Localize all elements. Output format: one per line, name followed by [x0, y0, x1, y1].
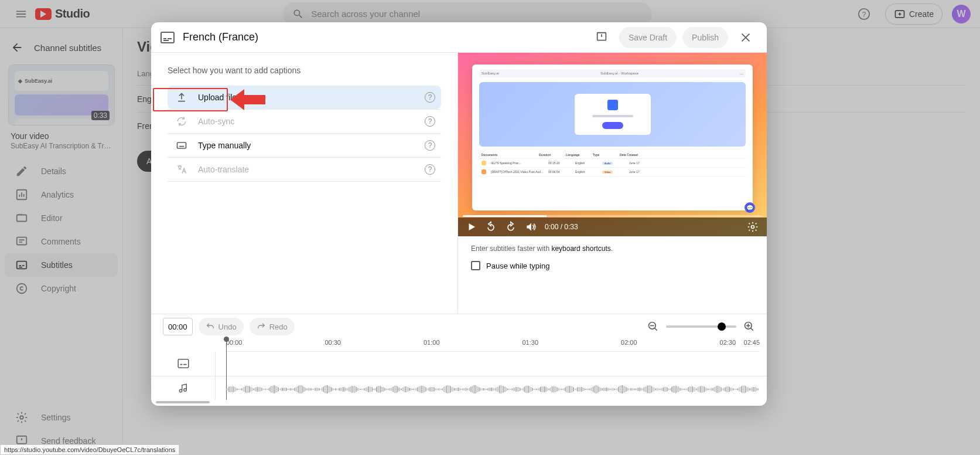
- undo-button[interactable]: Undo: [199, 318, 244, 335]
- cc-icon: [161, 32, 175, 43]
- upload-icon: [176, 91, 187, 103]
- zoom-out-icon[interactable]: [647, 321, 659, 332]
- forward-10-icon[interactable]: [505, 221, 517, 233]
- video-preview[interactable]: SubEasy.aiSubEasy.ai - Workspace⋯ Docume…: [458, 53, 767, 236]
- option-auto-translate[interactable]: Auto-translate ?: [168, 158, 441, 181]
- dialog-title: French (France): [183, 31, 258, 43]
- timeline-tracks[interactable]: [216, 352, 767, 400]
- redo-icon: [257, 322, 266, 331]
- close-icon: [739, 31, 752, 44]
- audio-track-icon: [151, 376, 215, 400]
- keyboard-icon: [176, 140, 187, 151]
- video-frame-content: SubEasy.aiSubEasy.ai - Workspace⋯ Docume…: [472, 64, 753, 210]
- settings-gear-icon[interactable]: [747, 221, 759, 233]
- audio-waveform: [226, 385, 760, 394]
- timeline-scrollbar[interactable]: [151, 400, 767, 406]
- caption-method-panel: Select how you want to add captions Uplo…: [151, 53, 458, 314]
- volume-icon[interactable]: [525, 221, 537, 233]
- redo-button[interactable]: Redo: [250, 318, 295, 335]
- help-icon[interactable]: ?: [425, 116, 435, 127]
- checkbox-icon[interactable]: [471, 261, 480, 270]
- dialog-header: French (France) Save Draft Publish: [151, 22, 767, 53]
- svg-rect-10: [161, 32, 174, 43]
- zoom-slider[interactable]: [666, 325, 736, 328]
- save-draft-button[interactable]: Save Draft: [619, 27, 677, 48]
- subtitle-track-icon: [151, 352, 215, 376]
- caption-editor-dialog: French (France) Save Draft Publish Selec…: [151, 22, 767, 406]
- svg-rect-16: [178, 359, 189, 368]
- current-time-input[interactable]: 00:00: [163, 318, 193, 335]
- rewind-10-icon[interactable]: [485, 221, 497, 233]
- help-icon[interactable]: ?: [425, 92, 435, 103]
- report-button[interactable]: [590, 26, 613, 49]
- close-dialog-button[interactable]: [734, 26, 757, 49]
- chat-bubble-icon: 💬: [745, 202, 755, 213]
- svg-point-13: [752, 226, 754, 229]
- video-progress-bar[interactable]: [463, 215, 762, 217]
- autosync-icon: [176, 116, 187, 127]
- translate-icon: [176, 164, 187, 175]
- keyboard-hint: Enter subtitles faster with keyboard sho…: [458, 236, 767, 261]
- publish-button[interactable]: Publish: [682, 27, 728, 48]
- video-controls: 0:00 / 0:33: [458, 218, 767, 236]
- zoom-in-icon[interactable]: [743, 321, 755, 332]
- option-auto-sync[interactable]: Auto-sync ?: [168, 110, 441, 133]
- panel-prompt: Select how you want to add captions: [168, 66, 441, 75]
- browser-status-url: https://studio.youtube.com/video/DbuyeOe…: [0, 444, 179, 455]
- option-upload-file[interactable]: Upload file ?: [168, 86, 441, 109]
- help-icon[interactable]: ?: [425, 140, 435, 151]
- help-icon[interactable]: ?: [425, 164, 435, 175]
- pause-while-typing[interactable]: Pause while typing: [458, 261, 767, 279]
- option-type-manually[interactable]: Type manually ?: [168, 134, 441, 157]
- undo-icon: [206, 322, 215, 331]
- play-icon[interactable]: [466, 222, 477, 232]
- timeline-panel: 00:00 Undo Redo 00:00 00:30 01:00 01:30 …: [151, 314, 767, 406]
- flag-icon: [595, 31, 608, 44]
- svg-rect-12: [177, 142, 186, 148]
- timeline-ruler[interactable]: 00:00 00:30 01:00 01:30 02:00 02:30 02:4…: [226, 339, 760, 352]
- video-time: 0:00 / 0:33: [545, 223, 578, 231]
